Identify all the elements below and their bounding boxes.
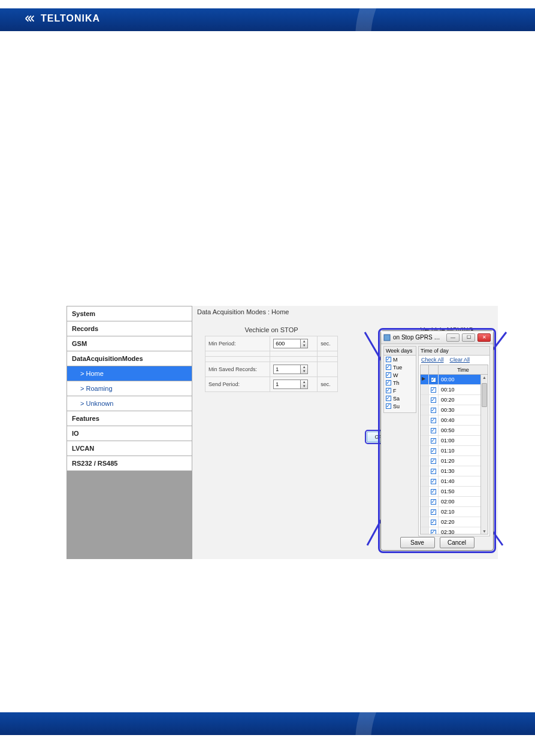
time-checkbox[interactable] [431, 438, 436, 444]
sidebar-item-home[interactable]: > Home [67, 366, 192, 381]
close-button[interactable]: ✕ [477, 333, 491, 342]
min-period-input[interactable] [273, 339, 301, 348]
time-row[interactable]: 01:10 [421, 446, 488, 456]
time-checkbox[interactable] [431, 499, 436, 505]
time-checkbox[interactable] [431, 469, 436, 474]
footer-banner [0, 712, 535, 735]
time-row[interactable]: 02:00 [421, 497, 488, 507]
weekday-checkbox[interactable] [386, 403, 391, 409]
sidebar: System Records GSM DataAcquisitionModes … [67, 306, 192, 559]
min-period-unit: sec. [318, 336, 338, 351]
min-period-label: Min Period: [205, 336, 270, 351]
time-checkbox[interactable] [431, 428, 436, 433]
time-row[interactable]: 00:00 [421, 375, 488, 385]
time-row[interactable]: 01:20 [421, 456, 488, 466]
min-period-spinner[interactable]: ▲▼ [301, 339, 308, 348]
weekday-th: Th [393, 380, 400, 386]
time-row[interactable]: 00:10 [421, 385, 488, 395]
sidebar-item-unknown[interactable]: > Unknown [67, 396, 192, 411]
weekday-su: Su [393, 403, 400, 409]
weekday-checkbox[interactable] [386, 357, 391, 362]
weekday-checkbox[interactable] [386, 396, 391, 401]
sidebar-item-features[interactable]: Features [67, 411, 192, 426]
time-checkbox[interactable] [431, 377, 436, 382]
time-row[interactable]: 01:00 [421, 436, 488, 446]
sidebar-item-lvcan[interactable]: LVCAN [67, 441, 192, 456]
time-row[interactable]: 01:50 [421, 487, 488, 497]
time-row[interactable]: 02:20 [421, 517, 488, 527]
weekday-checkbox[interactable] [386, 380, 391, 385]
weekday-checkbox[interactable] [386, 365, 391, 370]
sidebar-item-data-acq[interactable]: DataAcquisitionModes [67, 351, 192, 366]
weekday-tue: Tue [393, 365, 402, 371]
time-checkbox[interactable] [431, 509, 436, 515]
svg-rect-1 [384, 335, 390, 341]
weekday-checkbox[interactable] [386, 388, 391, 393]
sidebar-item-gsm[interactable]: GSM [67, 336, 192, 351]
time-row[interactable]: 01:30 [421, 466, 488, 476]
time-row[interactable]: 00:50 [421, 426, 488, 436]
week-days-group: Week days M Tue W Th F Sa Su [383, 346, 416, 413]
send-period-input[interactable] [273, 379, 301, 389]
time-of-day-group: Time of day Check All Clear All Time 00:… [418, 346, 490, 536]
weekday-f: F [393, 388, 397, 394]
brand-logo: TELTONIKA [24, 12, 100, 25]
header-banner: TELTONIKA [0, 8, 535, 31]
sidebar-item-io[interactable]: IO [67, 426, 192, 441]
time-column-header: Time [439, 365, 488, 374]
time-checkbox[interactable] [431, 387, 436, 393]
time-checkbox[interactable] [431, 448, 436, 454]
weekday-w: W [393, 372, 398, 378]
time-checkbox[interactable] [431, 397, 436, 403]
time-checkbox[interactable] [431, 530, 436, 535]
send-period-spinner[interactable]: ▲▼ [301, 379, 308, 389]
time-row[interactable]: 00:30 [421, 405, 488, 415]
sidebar-item-roaming[interactable]: > Roaming [67, 381, 192, 396]
clear-all-link[interactable]: Clear All [450, 357, 470, 363]
vehicle-stop-caption: Vechicle on STOP [205, 326, 338, 336]
save-button[interactable]: Save [400, 537, 435, 548]
send-period-unit: sec. [318, 377, 338, 392]
week-days-header: Week days [384, 347, 416, 356]
cancel-button[interactable]: Cancel [440, 537, 474, 548]
min-saved-input[interactable] [273, 365, 301, 374]
time-checkbox[interactable] [431, 479, 436, 484]
send-period-label: Send Period: [205, 377, 270, 392]
time-checkbox[interactable] [431, 520, 436, 525]
time-row[interactable]: 01:40 [421, 476, 488, 487]
check-all-link[interactable]: Check All [421, 357, 444, 363]
time-row[interactable]: 00:40 [421, 415, 488, 426]
time-checkbox[interactable] [431, 408, 436, 413]
weekday-m: M [393, 357, 398, 363]
sidebar-item-records[interactable]: Records [67, 321, 192, 336]
app-screenshot: System Records GSM DataAcquisitionModes … [67, 306, 498, 559]
dialog-icon [383, 334, 391, 341]
sidebar-item-system[interactable]: System [67, 306, 192, 321]
time-row[interactable]: 02:10 [421, 507, 488, 517]
dialog-titlebar: on Stop GPRS Wee... — ☐ ✕ [381, 331, 493, 344]
time-row[interactable]: 02:30 [421, 527, 488, 535]
min-saved-label: Min Saved Records: [205, 362, 270, 377]
time-row[interactable]: 00:20 [421, 395, 488, 405]
weekday-sa: Sa [393, 396, 400, 402]
breadcrumb: Data Acquisition Modes : Home [197, 308, 289, 315]
weekday-checkbox[interactable] [386, 372, 391, 378]
time-checkbox[interactable] [431, 489, 436, 494]
time-scrollbar[interactable]: ▲▼ [480, 375, 488, 534]
time-grid: Time 00:0000:1000:2000:3000:4000:5001:00… [420, 365, 488, 535]
time-checkbox[interactable] [431, 459, 436, 464]
vehicle-stop-table: Vechicle on STOP Min Period: ▲▼ sec. Min… [205, 326, 338, 392]
gprs-week-dialog: on Stop GPRS Wee... — ☐ ✕ Week days M Tu… [380, 330, 494, 551]
maximize-button[interactable]: ☐ [462, 333, 475, 342]
time-checkbox[interactable] [431, 418, 436, 423]
brand-text: TELTONIKA [41, 13, 100, 24]
min-saved-spinner[interactable]: ▲▼ [301, 365, 308, 374]
min-saved-unit [318, 362, 338, 377]
sidebar-item-rs232[interactable]: RS232 / RS485 [67, 456, 192, 471]
time-of-day-header: Time of day [419, 347, 489, 356]
dialog-title: on Stop GPRS Wee... [393, 334, 444, 341]
minimize-button[interactable]: — [446, 333, 460, 342]
